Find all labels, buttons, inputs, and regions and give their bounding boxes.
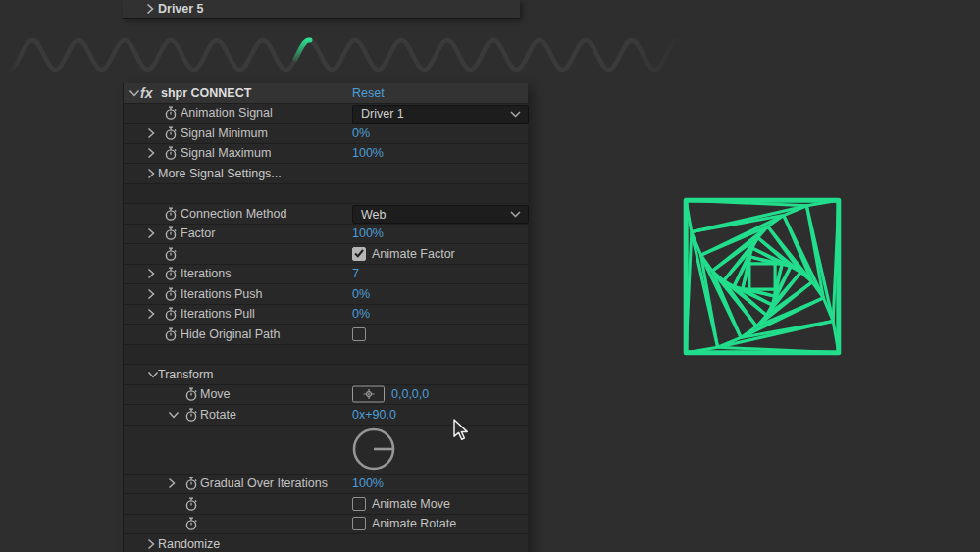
expander-down-icon[interactable] bbox=[129, 89, 140, 97]
expander-right-icon[interactable] bbox=[147, 227, 155, 239]
preview-shape bbox=[679, 193, 846, 360]
expander-right-icon[interactable] bbox=[147, 127, 155, 139]
hide-original-path-checkbox[interactable] bbox=[352, 327, 366, 341]
param-label: More Signal Settings... bbox=[158, 168, 282, 180]
connection-method-selected: Web bbox=[361, 208, 386, 222]
param-label: Iterations Pull bbox=[181, 308, 255, 321]
expander-right-icon[interactable] bbox=[168, 477, 176, 489]
effect-controls-panel: fxshpr CONNECTResetAnimation SignalDrive… bbox=[123, 83, 528, 552]
stopwatch-icon[interactable] bbox=[164, 226, 178, 241]
animate-factor-label: Animate Factor bbox=[372, 248, 455, 261]
param-label: Iterations Push bbox=[181, 288, 262, 301]
param-label: Move bbox=[200, 388, 231, 401]
param-row-more-signal-settings: More Signal Settings... bbox=[124, 164, 528, 184]
param-row-move: Move0,0,0,0 bbox=[124, 385, 528, 406]
stopwatch-icon[interactable] bbox=[184, 477, 198, 491]
param-label: Gradual Over Iterations bbox=[200, 477, 328, 490]
animation-signal-selected: Driver 1 bbox=[361, 107, 404, 121]
iterations-value[interactable]: 7 bbox=[352, 268, 359, 280]
param-row-transform: Transform bbox=[124, 365, 528, 385]
stopwatch-icon[interactable] bbox=[164, 125, 178, 140]
stopwatch-icon[interactable] bbox=[164, 286, 178, 301]
param-row-iterations: Iterations7 bbox=[124, 265, 528, 285]
move-point-button[interactable] bbox=[352, 386, 385, 403]
param-row-animation-signal: Animation SignalDriver 1 bbox=[124, 104, 528, 125]
stopwatch-icon[interactable] bbox=[184, 496, 198, 511]
param-row-hide-original-path: Hide Original Path bbox=[124, 325, 528, 345]
expander-right-icon[interactable] bbox=[147, 168, 155, 179]
stopwatch-icon[interactable] bbox=[164, 206, 178, 221]
param-label: Randomize bbox=[158, 538, 220, 551]
param-row-connection-method: Connection MethodWeb bbox=[124, 204, 528, 225]
dropdown-chevron-icon bbox=[510, 111, 521, 118]
reset-button[interactable]: Reset bbox=[352, 87, 385, 100]
stopwatch-icon[interactable] bbox=[164, 246, 178, 261]
param-label: Hide Original Path bbox=[181, 328, 280, 341]
param-row-iterations-pull: Iterations Pull0% bbox=[124, 305, 528, 326]
animate-rotate-label: Animate Rotate bbox=[372, 518, 456, 530]
param-label: Iterations bbox=[181, 268, 231, 280]
param-label: Rotate bbox=[200, 409, 236, 422]
crosshair-icon bbox=[361, 389, 377, 400]
stopwatch-icon[interactable] bbox=[164, 326, 178, 341]
param-row-spacer-2 bbox=[124, 345, 528, 366]
signal-wave-highlight bbox=[295, 40, 310, 59]
expander-right-icon[interactable] bbox=[147, 308, 155, 320]
animation-signal-dropdown[interactable]: Driver 1 bbox=[352, 105, 529, 124]
driver-5-header[interactable]: Driver 5 bbox=[123, 0, 520, 19]
expander-right-icon[interactable] bbox=[147, 147, 155, 159]
param-row-animate-factor: Animate Factor bbox=[124, 244, 528, 265]
check-icon bbox=[354, 249, 364, 258]
param-row-rotate: Rotate0x+90.0 bbox=[124, 405, 528, 426]
move-value[interactable]: 0,0,0,0 bbox=[391, 388, 429, 401]
param-row-iterations-push: Iterations Push0% bbox=[124, 284, 528, 305]
fx-badge: fx bbox=[140, 85, 152, 101]
stopwatch-icon[interactable] bbox=[184, 517, 198, 531]
param-label: Animation Signal bbox=[181, 107, 273, 120]
param-label: Signal Minimum bbox=[181, 127, 268, 140]
expander-right-icon[interactable] bbox=[147, 538, 155, 550]
iterations-push-value[interactable]: 0% bbox=[352, 288, 370, 301]
signal-minimum-value[interactable]: 0% bbox=[352, 127, 370, 140]
param-row-animate-move: Animate Move bbox=[124, 494, 528, 515]
param-row-signal-maximum: Signal Maximum100% bbox=[124, 144, 528, 165]
param-row-animate-rotate: Animate Rotate bbox=[124, 515, 528, 535]
param-row-rotate-dial bbox=[124, 426, 528, 475]
app-root: { "colors": { "accent_blue": "#4C9ED9", … bbox=[0, 0, 980, 552]
animate-move-label: Animate Move bbox=[372, 498, 450, 511]
connection-method-dropdown[interactable]: Web bbox=[352, 205, 529, 224]
gradual-over-iterations-value[interactable]: 100% bbox=[352, 477, 384, 490]
expander-right-icon[interactable] bbox=[147, 288, 155, 300]
param-label: Factor bbox=[181, 227, 215, 240]
param-label: Signal Maximum bbox=[181, 147, 271, 160]
expander-right-icon[interactable] bbox=[147, 268, 155, 279]
effect-title: shpr CONNECT bbox=[161, 87, 251, 100]
expander-down-icon[interactable] bbox=[168, 411, 180, 419]
iterations-pull-value[interactable]: 0% bbox=[352, 308, 370, 321]
driver-header-label: Driver 5 bbox=[158, 3, 204, 16]
param-row-signal-minimum: Signal Minimum0% bbox=[124, 124, 528, 144]
param-row-randomize: Randomize bbox=[124, 534, 528, 552]
stopwatch-icon[interactable] bbox=[164, 267, 178, 281]
param-label: Transform bbox=[158, 369, 214, 381]
param-row-spacer-1 bbox=[124, 184, 528, 205]
factor-value[interactable]: 100% bbox=[352, 227, 384, 240]
rotate-dial[interactable] bbox=[344, 426, 403, 475]
animate-factor-checkbox[interactable] bbox=[352, 247, 366, 261]
stopwatch-icon[interactable] bbox=[164, 106, 178, 121]
rotate-value[interactable]: 0x+90.0 bbox=[352, 409, 396, 422]
signal-maximum-value[interactable]: 100% bbox=[352, 147, 384, 160]
dropdown-chevron-icon bbox=[510, 211, 521, 218]
stopwatch-icon[interactable] bbox=[164, 146, 178, 161]
chevron-right-icon[interactable] bbox=[146, 3, 154, 15]
param-row-effect-header: fxshpr CONNECTReset bbox=[124, 83, 528, 104]
param-label: Connection Method bbox=[181, 208, 286, 221]
animate-rotate-checkbox[interactable] bbox=[352, 517, 366, 530]
stopwatch-icon[interactable] bbox=[164, 307, 178, 322]
signal-wave-path bbox=[8, 40, 685, 70]
stopwatch-icon[interactable] bbox=[184, 387, 198, 402]
animate-move-checkbox[interactable] bbox=[352, 497, 366, 511]
param-row-gradual-over-iterations: Gradual Over Iterations100% bbox=[124, 475, 528, 495]
param-row-factor: Factor100% bbox=[124, 225, 528, 245]
stopwatch-icon[interactable] bbox=[184, 407, 198, 422]
